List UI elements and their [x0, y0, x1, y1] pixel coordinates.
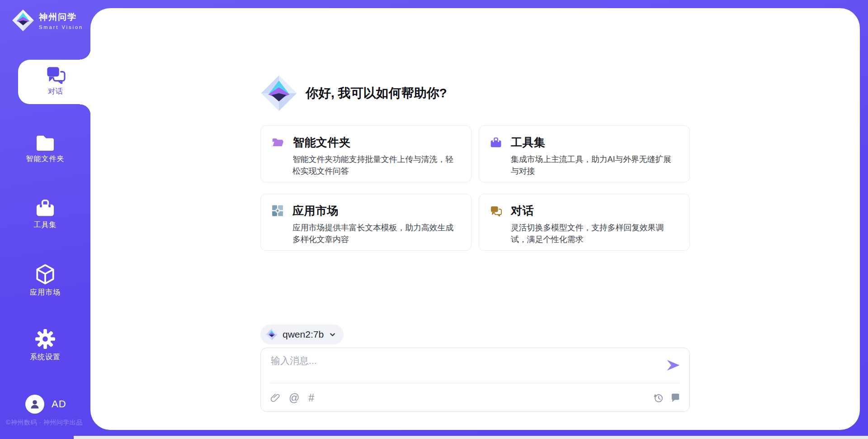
- card-app-market[interactable]: 应用市场 应用市场提供丰富长文本模板，助力高效生成多样化文章内容: [260, 194, 472, 251]
- sidebar-item-label: 智能文件夹: [0, 154, 90, 164]
- diamond-logo-icon: [12, 9, 34, 32]
- feedback-button[interactable]: [670, 393, 680, 403]
- main-content: 你好, 我可以如何帮助你? 智能文件夹 智能文件夹功能支持批量文件上传与清洗，轻…: [90, 8, 860, 430]
- sidebar-footer-credit: ©神州数码 · 神州问学出品: [6, 419, 83, 427]
- diamond-logo-icon: [260, 75, 297, 112]
- user-account[interactable]: AD: [25, 395, 66, 414]
- folder-open-icon: [272, 137, 284, 148]
- chat-icon: [490, 205, 502, 216]
- card-description: 智能文件夹功能支持批量文件上传与清洗，轻松实现文件问答: [292, 153, 460, 177]
- model-name: qwen2:7b: [283, 329, 324, 340]
- history-button[interactable]: [653, 393, 664, 403]
- user-avatar-icon: [29, 398, 41, 410]
- sidebar-item-label: 对话: [18, 87, 93, 96]
- chevron-down-icon: [329, 331, 336, 339]
- avatar: [25, 395, 44, 414]
- card-description: 集成市场上主流工具，助力AI与外界无缝扩展与对接: [511, 153, 679, 177]
- greeting-block: 你好, 我可以如何帮助你?: [260, 8, 690, 112]
- cube-icon: [35, 264, 55, 285]
- sidebar-item-app-market[interactable]: 应用市场: [0, 264, 90, 297]
- sidebar-item-settings[interactable]: 系统设置: [0, 329, 90, 362]
- sidebar-item-label: 应用市场: [0, 288, 90, 297]
- toolbox-icon: [490, 137, 502, 148]
- brand-tagline: Smart Vision: [39, 24, 83, 30]
- card-title: 应用市场: [292, 203, 339, 218]
- card-title: 对话: [511, 203, 534, 218]
- user-name: AD: [52, 398, 66, 410]
- sidebar-item-smart-folder[interactable]: 智能文件夹: [0, 134, 90, 164]
- send-icon: [666, 358, 680, 372]
- active-tab-fillet-bottom: [80, 104, 91, 115]
- card-description: 灵活切换多模型文件，支持多样回复效果调试，满足个性化需求: [511, 222, 679, 245]
- card-toolset[interactable]: 工具集 集成市场上主流工具，助力AI与外界无缝扩展与对接: [479, 125, 690, 182]
- attach-file-button[interactable]: [271, 393, 280, 403]
- hash-icon[interactable]: #: [308, 393, 314, 403]
- active-tab-fillet-top: [80, 49, 91, 60]
- grid-cube-icon: [272, 205, 283, 216]
- feedback-icon: [670, 393, 680, 403]
- card-title: 智能文件夹: [293, 135, 351, 150]
- card-chat[interactable]: 对话 灵活切换多模型文件，支持多样回复效果调试，满足个性化需求: [479, 194, 690, 251]
- composer-divider: [270, 383, 680, 383]
- gear-icon: [35, 329, 56, 349]
- mention-icon[interactable]: @: [289, 393, 299, 403]
- card-description: 应用市场提供丰富长文本模板，助力高效生成多样化文章内容: [292, 222, 460, 245]
- greeting-title: 你好, 我可以如何帮助你?: [306, 85, 447, 102]
- diamond-logo-icon: [266, 329, 278, 340]
- brand-name: 神州问学: [39, 11, 83, 23]
- send-button[interactable]: [666, 358, 680, 372]
- sidebar-item-toolset[interactable]: 工具集: [0, 199, 90, 230]
- history-icon: [653, 393, 664, 403]
- card-title: 工具集: [511, 135, 546, 150]
- sidebar-item-label: 系统设置: [0, 353, 90, 362]
- toolbox-icon: [35, 199, 55, 217]
- message-input[interactable]: [271, 354, 645, 381]
- paperclip-icon: [271, 393, 280, 403]
- chat-icon: [46, 66, 66, 84]
- window-bottom-edge: [74, 436, 868, 439]
- model-selector[interactable]: qwen2:7b: [260, 324, 344, 344]
- card-smart-folder[interactable]: 智能文件夹 智能文件夹功能支持批量文件上传与清洗，轻松实现文件问答: [260, 125, 472, 182]
- sidebar-item-chat[interactable]: 对话: [18, 60, 93, 104]
- app-logo: 神州问学 Smart Vision: [12, 9, 83, 32]
- sidebar-item-label: 工具集: [0, 220, 90, 230]
- folder-icon: [35, 134, 56, 151]
- feature-cards: 智能文件夹 智能文件夹功能支持批量文件上传与清洗，轻松实现文件问答 工具集 集成…: [260, 125, 690, 251]
- chat-composer: @ #: [260, 348, 690, 412]
